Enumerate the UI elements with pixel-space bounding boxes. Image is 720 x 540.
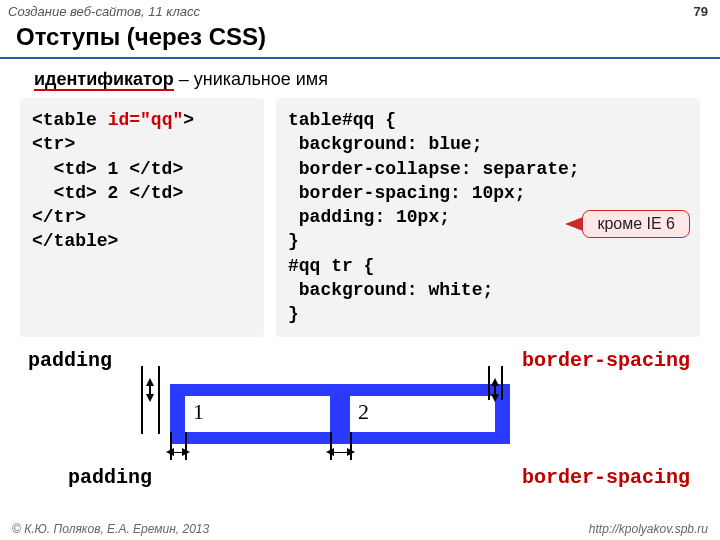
- slide-title: Отступы (через CSS): [0, 21, 720, 59]
- footer: © К.Ю. Поляков, Е.А. Еремин, 2013 http:/…: [0, 522, 720, 536]
- labels-bottom: padding border-spacing: [0, 466, 720, 489]
- guide-line: [158, 366, 160, 434]
- guide-line: [141, 366, 143, 434]
- arrow-shaft: [333, 452, 348, 454]
- copyright: © К.Ю. Поляков, Е.А. Еремин, 2013: [12, 522, 209, 536]
- guide-line: [488, 366, 490, 400]
- ie6-callout: кроме IE 6: [582, 210, 690, 238]
- arrowhead-icon: [166, 448, 174, 456]
- padding-label-bottom: padding: [68, 466, 152, 489]
- arrowhead-icon: [491, 378, 499, 386]
- arrowhead-icon: [491, 394, 499, 402]
- page-number: 79: [694, 4, 708, 19]
- padding-label-top: padding: [28, 349, 112, 372]
- html-code: <table id="qq"> <tr> <td> 1 </td> <td> 2…: [20, 98, 264, 337]
- arrowhead-icon: [182, 448, 190, 456]
- guide-line: [501, 366, 503, 400]
- top-bar: Создание веб-сайтов, 11 класс 79: [0, 0, 720, 21]
- subtitle-rest: – уникальное имя: [174, 69, 328, 89]
- arrowhead-icon: [326, 448, 334, 456]
- labels-top: padding border-spacing: [0, 349, 720, 372]
- table-box: 1 2: [170, 384, 510, 444]
- spacing-diagram: 1 2: [0, 374, 720, 464]
- border-spacing-label-top: border-spacing: [522, 349, 690, 372]
- footer-url: http://kpolyakov.spb.ru: [589, 522, 708, 536]
- arrowhead-icon: [146, 394, 154, 402]
- code-area: <table id="qq"> <tr> <td> 1 </td> <td> 2…: [0, 98, 720, 337]
- identifier-term: идентификатор: [34, 69, 174, 91]
- border-spacing-label-bottom: border-spacing: [522, 466, 690, 489]
- arrowhead-icon: [146, 378, 154, 386]
- arrowhead-icon: [347, 448, 355, 456]
- course-label: Создание веб-сайтов, 11 класс: [8, 4, 200, 19]
- subtitle: идентификатор – уникальное имя: [34, 69, 720, 90]
- cell-2: 2: [350, 396, 495, 432]
- cell-1: 1: [185, 396, 330, 432]
